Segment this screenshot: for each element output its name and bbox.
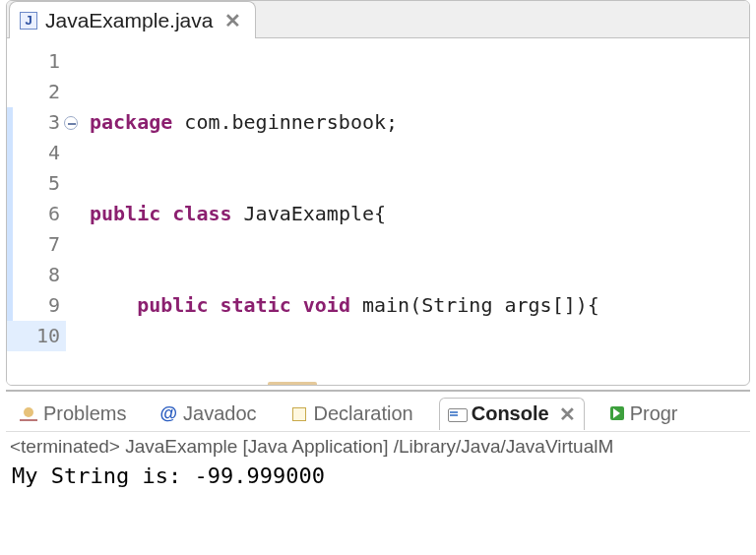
file-tab-label: JavaExample.java bbox=[45, 9, 213, 32]
console-status-line: <terminated> JavaExample [Java Applicati… bbox=[6, 431, 750, 460]
code-line[interactable]: public static void main(String args[]){ bbox=[90, 290, 749, 321]
javadoc-icon: @ bbox=[159, 404, 177, 422]
editor-tab-bar: J JavaExample.java ✕ bbox=[7, 1, 749, 38]
declaration-icon bbox=[290, 405, 308, 421]
gutter-line: 6 bbox=[7, 199, 66, 229]
gutter-line: 7 bbox=[7, 229, 66, 260]
code-line[interactable]: double dnum = -99.999; bbox=[90, 382, 749, 385]
console-icon bbox=[448, 406, 466, 422]
code-line[interactable]: package com.beginnersbook; bbox=[90, 107, 749, 138]
code-body[interactable]: package com.beginnersbook; public class … bbox=[66, 38, 749, 385]
code-line[interactable]: public class JavaExample{ bbox=[90, 199, 749, 229]
gutter-line: 3 bbox=[7, 107, 66, 138]
code-area[interactable]: 1 2 3 4 5 6 7 8 9 10 package com.beginne… bbox=[7, 38, 749, 385]
problems-icon bbox=[20, 405, 37, 421]
tab-problems[interactable]: Problems bbox=[12, 399, 134, 429]
gutter-line: 2 bbox=[7, 77, 66, 107]
editor-pane: J JavaExample.java ✕ 1 2 3 4 5 6 7 8 9 1… bbox=[6, 0, 750, 386]
close-icon[interactable]: ✕ bbox=[559, 402, 576, 426]
bottom-panel: Problems @ Javadoc Declaration Console ✕… bbox=[6, 390, 750, 492]
gutter-line: 4 bbox=[7, 138, 66, 168]
gutter-line: 10 bbox=[7, 321, 66, 351]
gutter-line: 1 bbox=[7, 46, 66, 77]
tab-declaration[interactable]: Declaration bbox=[283, 399, 421, 429]
tab-progress[interactable]: Progr bbox=[602, 399, 686, 429]
gutter: 1 2 3 4 5 6 7 8 9 10 bbox=[7, 38, 66, 385]
var-highlight: dnum bbox=[268, 382, 317, 385]
console-output: My String is: -99.999000 bbox=[6, 460, 750, 492]
java-file-icon: J bbox=[20, 12, 37, 30]
gutter-line: 9 bbox=[7, 290, 66, 321]
run-icon bbox=[610, 406, 624, 420]
close-icon[interactable]: ✕ bbox=[224, 9, 241, 32]
tab-javadoc[interactable]: @ Javadoc bbox=[152, 399, 264, 429]
tab-console[interactable]: Console ✕ bbox=[439, 398, 585, 430]
fold-icon[interactable] bbox=[64, 116, 78, 130]
gutter-line: 8 bbox=[7, 260, 66, 290]
gutter-line: 5 bbox=[7, 168, 66, 199]
file-tab[interactable]: J JavaExample.java ✕ bbox=[9, 1, 256, 38]
bottom-tab-bar: Problems @ Javadoc Declaration Console ✕… bbox=[6, 392, 750, 431]
